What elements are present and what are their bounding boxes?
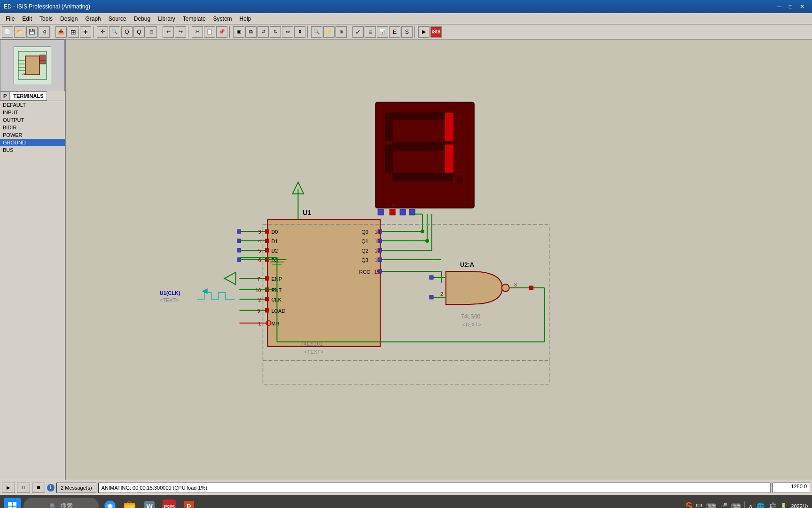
rotate-cw-button[interactable]: ↻ [270, 26, 281, 38]
tools-icon[interactable]: W [141, 498, 158, 508]
menu-debug[interactable]: Debug [130, 15, 154, 23]
svg-rect-18 [392, 173, 453, 181]
terminal-ground[interactable]: GROUND [0, 139, 65, 146]
svg-rect-142 [125, 505, 134, 508]
menu-help[interactable]: Help [236, 15, 255, 23]
menu-tools[interactable]: Tools [36, 15, 56, 23]
sogou-icon[interactable]: S [686, 500, 693, 508]
sep6 [307, 26, 309, 38]
grid-button[interactable]: ⊞ [68, 26, 79, 38]
network-icon[interactable]: 🌐 [757, 502, 765, 508]
menu-design[interactable]: Design [56, 15, 81, 23]
new-button[interactable]: 📄 [2, 26, 13, 38]
menu-system[interactable]: System [210, 15, 236, 23]
svg-text:LOAD: LOAD [271, 308, 285, 314]
save-button[interactable]: 💾 [26, 26, 38, 38]
svg-text:W: W [146, 503, 153, 508]
maximize-btn[interactable]: □ [785, 3, 796, 10]
zoom-out-button[interactable]: Q [121, 26, 133, 38]
sep1 [52, 26, 54, 38]
flip-button[interactable]: ⇕ [294, 26, 305, 38]
svg-text:6: 6 [258, 257, 261, 263]
search-taskbar[interactable]: 🔍 搜索 [23, 498, 99, 508]
tool3-button[interactable]: ⊕ [336, 26, 347, 38]
terminal-bidir[interactable]: BIDIR [0, 124, 65, 131]
svg-text:Q3: Q3 [361, 257, 368, 263]
svg-text:U1(CLK): U1(CLK) [160, 290, 180, 296]
schematic-button[interactable]: S [401, 26, 413, 38]
copy-button[interactable]: 📋 [204, 26, 215, 38]
export-button[interactable]: E [389, 26, 400, 38]
clock-date: 2022/1/ [791, 503, 808, 508]
isis-icon[interactable]: ISIS [161, 498, 178, 508]
terminals-tab[interactable]: TERMINALS [10, 91, 47, 101]
open-button[interactable]: 📂 [14, 26, 25, 38]
menu-library[interactable]: Library [154, 15, 179, 23]
svg-text:Q0: Q0 [361, 229, 368, 235]
svg-rect-20 [378, 209, 383, 215]
sep3 [159, 26, 161, 38]
undo-button[interactable]: ↩ [163, 26, 174, 38]
keyboard-icon[interactable]: ⌨ [731, 502, 741, 508]
power-button[interactable]: ISIS [430, 26, 442, 38]
svg-text:✏: ✏ [392, 202, 397, 208]
menu-source[interactable]: Source [105, 15, 130, 23]
print-button[interactable]: 🖨 [39, 26, 50, 38]
netlist-button[interactable]: ≡ [365, 26, 376, 38]
action-icon[interactable]: ⌨ [706, 502, 716, 508]
menu-edit[interactable]: Edit [18, 15, 36, 23]
battery-icon[interactable]: 🔋 [780, 503, 787, 508]
stop-button[interactable]: ⏹ [32, 483, 45, 493]
svg-rect-17 [445, 144, 453, 173]
mic-icon[interactable]: 🎤 [719, 502, 727, 508]
p-tab[interactable]: P [0, 91, 10, 101]
mirror-button[interactable]: ⇔ [282, 26, 293, 38]
cut-button[interactable]: ✂ [192, 26, 203, 38]
svg-point-103 [421, 230, 424, 233]
svg-rect-12 [392, 111, 453, 120]
simulate-button[interactable]: ▶ [418, 26, 429, 38]
block-copy-button[interactable]: ⧉ [245, 26, 257, 38]
minimize-btn[interactable]: ─ [773, 3, 785, 10]
search-button[interactable]: 🔍 [311, 26, 322, 38]
chevron-up-icon[interactable]: ∧ [749, 503, 753, 508]
start-button[interactable] [4, 498, 21, 508]
redo-button[interactable]: ↪ [175, 26, 186, 38]
terminal-input[interactable]: INPUT [0, 109, 65, 116]
powerpoint-icon[interactable]: P [180, 498, 197, 508]
svg-rect-110 [429, 295, 433, 299]
move-button[interactable]: ✢ [97, 26, 108, 38]
bom-button[interactable]: 📊 [377, 26, 388, 38]
terminal-bus[interactable]: BUS [0, 146, 65, 154]
menu-template[interactable]: Template [179, 15, 210, 23]
svg-text:U1: U1 [22, 72, 25, 75]
circuit-svg: ✏ U1 D0 3 D1 4 [66, 40, 812, 480]
paste-button[interactable]: 📌 [216, 26, 227, 38]
drc-button[interactable]: ✓ [352, 26, 364, 38]
block-sel-button[interactable]: ▣ [233, 26, 244, 38]
svg-text:<TEXT>: <TEXT> [462, 322, 481, 327]
lang-icon[interactable]: 中 [696, 502, 703, 508]
volume-icon[interactable]: 🔊 [768, 502, 776, 508]
terminal-power[interactable]: POWER [0, 131, 65, 139]
terminal-default[interactable]: DEFAULT [0, 101, 65, 109]
zoom-fit-button[interactable]: Q [133, 26, 145, 38]
file-explorer-icon[interactable] [121, 498, 138, 508]
probe-button[interactable]: ⚡ [323, 26, 335, 38]
pause-button[interactable]: ⏸ [17, 483, 30, 493]
svg-rect-28 [265, 230, 269, 233]
close-btn[interactable]: ✕ [796, 3, 808, 10]
browser-icon[interactable] [102, 498, 118, 508]
import-button[interactable]: 📥 [55, 26, 67, 38]
terminal-output[interactable]: OUTPUT [0, 116, 65, 124]
svg-text:74LS00: 74LS00 [461, 313, 481, 320]
play-button[interactable]: ▶ [2, 483, 15, 493]
rotate-ccw-button[interactable]: ↺ [258, 26, 269, 38]
zoom-in-button[interactable]: 🔍 [109, 26, 120, 38]
canvas-area[interactable]: ✏ U1 D0 3 D1 4 [66, 40, 812, 480]
zoom-all-button[interactable]: ⊡ [146, 26, 157, 38]
svg-text:Q1: Q1 [361, 238, 368, 244]
crosshair-button[interactable]: + [80, 26, 91, 38]
menu-file[interactable]: File [2, 15, 18, 23]
menu-graph[interactable]: Graph [81, 15, 104, 23]
